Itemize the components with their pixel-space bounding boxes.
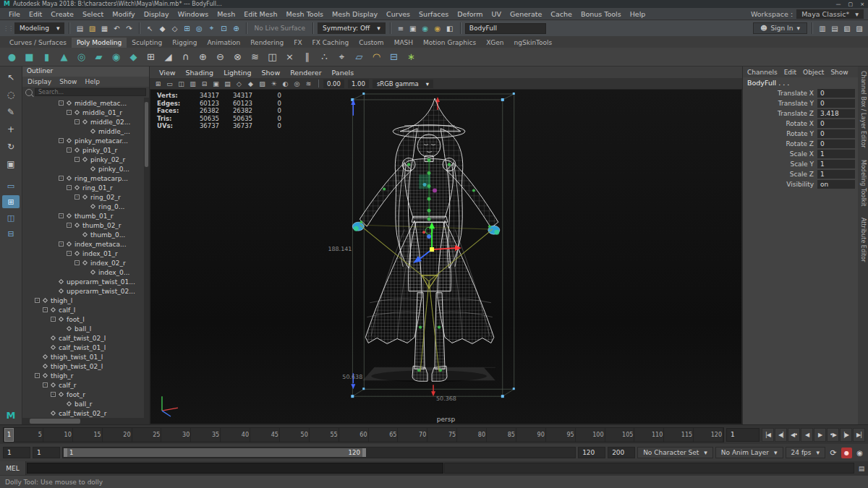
wireframe-mode-icon[interactable]: ◇ bbox=[234, 79, 244, 88]
channel-row[interactable]: Scale Y1 bbox=[743, 159, 858, 169]
channel-value-field[interactable]: 0 bbox=[817, 140, 855, 148]
expand-toggle-icon[interactable]: - bbox=[59, 241, 64, 247]
gamma-field[interactable]: 1.00 bbox=[348, 80, 369, 88]
expand-toggle-icon[interactable]: - bbox=[75, 260, 80, 265]
shelf-tab[interactable]: XGen bbox=[481, 38, 509, 48]
shadows-icon[interactable]: ◐ bbox=[280, 79, 291, 88]
merge-vertices-icon[interactable]: ∴ bbox=[316, 48, 333, 65]
shelf-tab[interactable]: Motion Graphics bbox=[418, 38, 481, 48]
shelf-tab[interactable]: Curves / Surfaces bbox=[4, 38, 72, 48]
outliner-item[interactable]: -pinky_metacar... bbox=[22, 136, 149, 145]
command-input[interactable] bbox=[27, 463, 443, 474]
exposure-field[interactable]: 0.00 bbox=[323, 80, 344, 88]
step-forward-frame-button[interactable]: |▶ bbox=[840, 428, 852, 442]
expand-toggle-icon[interactable]: - bbox=[51, 317, 56, 322]
step-back-frame-button[interactable]: ◀| bbox=[775, 428, 787, 442]
menu-item[interactable]: Display bbox=[140, 9, 174, 19]
ambient-occlusion-icon[interactable]: ◎ bbox=[292, 79, 302, 88]
uv-editor-icon[interactable]: ⊟ bbox=[386, 48, 402, 65]
outliner-item[interactable]: middle_... bbox=[22, 127, 149, 136]
playback-loop-button[interactable]: ⟳ bbox=[827, 447, 839, 458]
motion-blur-icon[interactable]: ≋ bbox=[303, 79, 314, 88]
layout-two-pane[interactable]: ⊟ bbox=[2, 227, 20, 240]
workspace-dropdown[interactable]: Maya Classic* ▾ bbox=[796, 9, 864, 19]
shelf-tab[interactable]: Animation bbox=[202, 38, 245, 48]
expand-toggle-icon[interactable]: - bbox=[75, 194, 80, 200]
outliner-item[interactable]: calf_twist_01_l bbox=[22, 343, 149, 352]
sculpt-brush-icon[interactable]: ◠ bbox=[368, 48, 385, 65]
viewport-menu-item[interactable]: Shading bbox=[182, 69, 218, 77]
outliner-item[interactable]: -calf_l bbox=[22, 305, 149, 314]
channel-value-field[interactable]: on bbox=[817, 180, 855, 189]
expand-toggle-icon[interactable]: - bbox=[67, 223, 72, 228]
minimize-button[interactable]: — bbox=[836, 1, 841, 7]
menu-item[interactable]: Edit bbox=[25, 9, 46, 19]
channel-box-menu-item[interactable]: Object bbox=[803, 69, 824, 76]
expand-toggle-icon[interactable]: - bbox=[59, 138, 64, 143]
undo-icon[interactable]: ↶ bbox=[111, 22, 122, 34]
viewport-canvas[interactable]: 188.141 50.638 50.368 Verts:34317343170E… bbox=[150, 89, 742, 424]
channel-value-field[interactable]: 1 bbox=[817, 170, 855, 179]
curve-warp-icon[interactable]: ∗ bbox=[403, 48, 420, 65]
playback-range-handle[interactable]: 1 120 bbox=[64, 448, 366, 457]
outliner-item[interactable]: -ring_metacarp... bbox=[22, 174, 149, 183]
gate-mask-icon[interactable]: ▥ bbox=[187, 79, 198, 88]
view-transform-dropdown[interactable]: sRGB gamma ▾ bbox=[373, 80, 433, 88]
shelf-tab[interactable]: Poly Modeling bbox=[72, 38, 127, 48]
layout-four-pane[interactable]: ⊞ bbox=[2, 195, 20, 208]
anim-layer-dropdown[interactable]: No Anim Layer▾ bbox=[715, 447, 783, 458]
channel-box-menu-item[interactable]: Channels bbox=[747, 69, 778, 76]
sidebar-tab[interactable]: Attribute Editor bbox=[860, 218, 867, 262]
outliner-item[interactable]: -middle_01_r bbox=[22, 108, 149, 117]
channel-value-field[interactable]: 0 bbox=[817, 129, 855, 138]
menu-item[interactable]: Surfaces bbox=[414, 9, 453, 19]
safe-action-icon[interactable]: ▣ bbox=[210, 79, 221, 88]
maximize-button[interactable]: ▢ bbox=[848, 1, 854, 7]
layout-persp-outliner[interactable]: ◫ bbox=[2, 211, 20, 224]
outliner-horizontal-scrollbar[interactable] bbox=[22, 418, 149, 424]
outliner-item[interactable]: -thigh_r bbox=[22, 371, 149, 380]
menu-item[interactable]: File bbox=[4, 9, 25, 19]
outliner-item[interactable]: -ring_01_r bbox=[22, 183, 149, 192]
boolean-icon[interactable]: ⊗ bbox=[229, 48, 246, 65]
channel-box-menu-item[interactable]: Edit bbox=[784, 69, 796, 76]
channel-row[interactable]: Scale Z1 bbox=[743, 169, 858, 179]
menu-item[interactable]: Create bbox=[46, 9, 78, 19]
resolution-gate-icon[interactable]: ◫ bbox=[176, 79, 187, 88]
open-render-view-icon[interactable]: ▣ bbox=[407, 22, 419, 34]
playhead[interactable]: 1 bbox=[4, 428, 14, 442]
step-back-key-button[interactable]: ◀• bbox=[788, 428, 800, 442]
menu-item[interactable]: Select bbox=[78, 9, 108, 19]
outliner-item[interactable]: upperarm_twist_02... bbox=[22, 286, 149, 296]
channel-value-field[interactable]: 0 bbox=[817, 89, 855, 98]
outliner-search-input[interactable] bbox=[35, 88, 146, 96]
menu-item[interactable]: Generate bbox=[506, 9, 546, 19]
snap-to-point-icon[interactable]: ⌖ bbox=[205, 22, 217, 34]
expand-toggle-icon[interactable]: - bbox=[43, 307, 48, 312]
ipr-render-icon[interactable]: ◉ bbox=[432, 22, 443, 34]
outliner-item[interactable]: -middle_metac... bbox=[22, 98, 149, 108]
expand-toggle-icon[interactable]: - bbox=[43, 382, 48, 388]
render-current-frame-icon[interactable]: ◉ bbox=[420, 22, 431, 34]
viewport-menu-item[interactable]: Lighting bbox=[219, 69, 255, 77]
poly-cube-icon[interactable]: ■ bbox=[21, 48, 38, 65]
outliner-item[interactable]: thigh_twist_01_l bbox=[22, 352, 149, 361]
outliner-item[interactable]: thigh_twist_02_l bbox=[22, 361, 149, 371]
shelf-tab[interactable]: MASH bbox=[389, 38, 418, 48]
select-tool[interactable]: ↖ bbox=[2, 69, 20, 85]
shelf-tab[interactable]: Sculpting bbox=[127, 38, 167, 48]
outliner-item[interactable]: -thumb_02_r bbox=[22, 221, 149, 230]
outliner-item[interactable]: -pinky_02_r bbox=[22, 155, 149, 164]
outliner-item[interactable]: -ring_02_r bbox=[22, 192, 149, 202]
bridge-icon[interactable]: ∩ bbox=[177, 48, 194, 65]
expand-toggle-icon[interactable]: - bbox=[51, 392, 56, 397]
viewport-menu-item[interactable]: View bbox=[155, 69, 180, 77]
quad-draw-icon[interactable]: ▱ bbox=[351, 48, 367, 65]
select-object-icon[interactable]: ◆ bbox=[156, 22, 168, 34]
layout-single-pane[interactable]: ▭ bbox=[2, 179, 20, 192]
outliner-item[interactable]: -foot_r bbox=[22, 390, 149, 399]
go-to-start-button[interactable]: |◀ bbox=[762, 428, 774, 442]
channel-box-menu-item[interactable]: Show bbox=[830, 69, 848, 76]
textured-mode-icon[interactable]: ▨ bbox=[257, 79, 268, 88]
outliner-item[interactable]: -middle_02... bbox=[22, 117, 149, 127]
